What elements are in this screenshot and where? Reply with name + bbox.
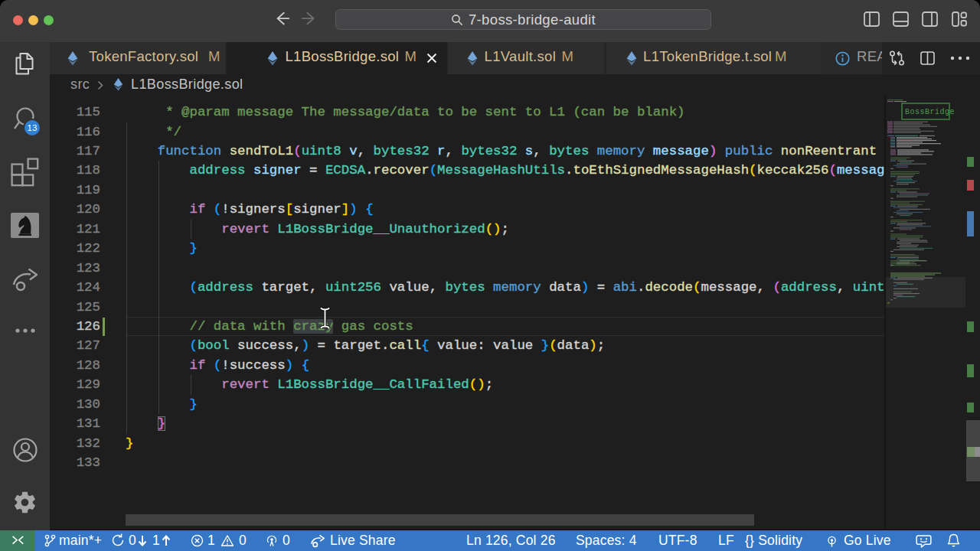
svg-text:BossBridge: BossBridge — [905, 108, 955, 116]
